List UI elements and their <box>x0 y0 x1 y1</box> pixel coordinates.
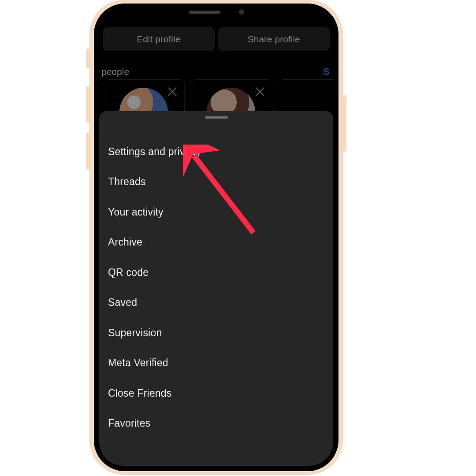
close-icon[interactable] <box>254 86 266 97</box>
front-camera-icon <box>239 9 244 15</box>
volume-down-button <box>86 132 90 170</box>
menu-item-settings-and-privacy[interactable]: Settings and privacy <box>108 137 324 167</box>
menu-item-saved[interactable]: Saved <box>108 288 324 318</box>
phone-notch <box>156 4 276 20</box>
menu-item-your-activity[interactable]: Your activity <box>108 197 324 227</box>
menu-item-favorites[interactable]: Favorites <box>108 409 324 439</box>
close-icon[interactable] <box>167 86 178 97</box>
sheet-menu: Settings and privacyThreadsYour activity… <box>108 137 324 466</box>
power-button <box>342 95 346 152</box>
volume-up-button <box>86 86 90 123</box>
bottom-sheet: Settings and privacyThreadsYour activity… <box>99 111 333 466</box>
share-profile-button[interactable]: Share profile <box>218 27 330 51</box>
mute-switch <box>86 48 90 68</box>
menu-item-meta-verified[interactable]: Meta Verified <box>108 348 324 379</box>
menu-item-qr-code[interactable]: QR code <box>108 257 324 288</box>
menu-item-supervision[interactable]: Supervision <box>108 318 324 348</box>
discover-people-label: ver people <box>99 67 129 77</box>
menu-item-archive[interactable]: Archive <box>108 227 324 258</box>
edit-profile-button[interactable]: Edit profile <box>103 27 215 51</box>
phone-screen: Edit profile Share profile ver people S <box>99 9 333 466</box>
see-all-link[interactable]: S <box>323 66 330 78</box>
menu-item-threads[interactable]: Threads <box>108 167 324 197</box>
phone-mockup: Edit profile Share profile ver people S <box>89 0 343 475</box>
sheet-grab-handle-icon[interactable] <box>205 116 228 119</box>
menu-item-close-friends[interactable]: Close Friends <box>108 378 324 409</box>
speaker-grill-icon <box>189 11 220 14</box>
